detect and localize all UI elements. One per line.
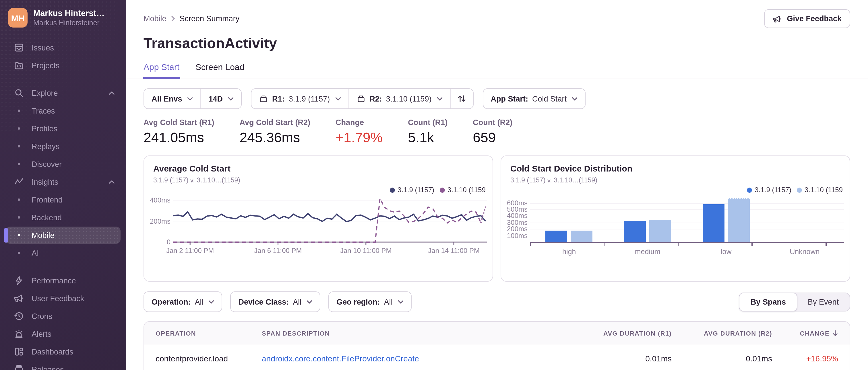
- chart-legend: 3.1.9 (1157)3.1.10 (1159: [390, 186, 486, 194]
- bar-3-1-10-1159-low[interactable]: [728, 198, 750, 242]
- app-window: MH Markus Hinterst… Markus Hintersteiner…: [0, 0, 868, 370]
- projects-icon: [14, 60, 24, 71]
- column-header-avg-duration-r1[interactable]: AVG DURATION (R1): [574, 330, 672, 337]
- sidebar-item-backend[interactable]: Backend: [6, 209, 121, 226]
- y-axis-tick-label: 200ms: [148, 217, 170, 225]
- column-header-span-description[interactable]: SPAN DESCRIPTION: [262, 330, 574, 337]
- column-header-change[interactable]: CHANGE: [772, 330, 849, 337]
- chevron-down-icon: [209, 300, 214, 304]
- sidebar-item-alerts[interactable]: Alerts: [6, 325, 121, 342]
- toggle-by-event[interactable]: By Event: [797, 293, 849, 311]
- x-axis-tick-label: Jan 2 11:00 PM: [156, 247, 224, 255]
- sidebar-nav: IssuesProjectsExploreTracesProfilesRepla…: [0, 28, 126, 370]
- legend-item[interactable]: 3.1.9 (1157): [747, 186, 792, 194]
- breadcrumb-screen-summary: Screen Summary: [180, 14, 240, 23]
- sidebar-item-traces[interactable]: Traces: [6, 102, 121, 119]
- stat-value: +1.79%: [336, 130, 383, 146]
- sidebar-item-releases[interactable]: Releases: [6, 361, 121, 370]
- tab-divider: [126, 78, 868, 79]
- chart-title: Cold Start Device Distribution: [510, 164, 840, 173]
- legend-item[interactable]: 3.1.10 (1159: [797, 186, 843, 194]
- sidebar-item-profiles[interactable]: Profiles: [6, 120, 121, 137]
- tab-screen-load[interactable]: Screen Load: [195, 62, 244, 78]
- bar-3-1-9-1157-low[interactable]: [703, 204, 724, 242]
- legend-dot-icon: [747, 187, 752, 193]
- operation-dropdown[interactable]: Operation: All: [144, 292, 222, 311]
- sidebar-item-issues[interactable]: Issues: [6, 39, 121, 56]
- user-menu[interactable]: MH Markus Hinterst… Markus Hintersteiner: [0, 0, 126, 28]
- stat-change: Change +1.79%: [336, 118, 383, 146]
- package-icon: [259, 94, 268, 103]
- x-axis-tick-label: Jan 10 11:00 PM: [332, 247, 400, 255]
- environment-dropdown[interactable]: All Envs: [144, 89, 200, 108]
- sidebar-item-label: Issues: [32, 43, 54, 52]
- bar-group-high: [530, 197, 609, 242]
- geo-region-filter-group: Geo region: All: [329, 292, 412, 312]
- sidebar-item-explore[interactable]: Explore: [6, 84, 121, 102]
- sidebar: MH Markus Hinterst… Markus Hintersteiner…: [0, 0, 126, 370]
- app-start-type-dropdown[interactable]: App Start: Cold Start: [483, 89, 585, 108]
- stat-label: Avg Cold Start (R2): [240, 118, 311, 127]
- spans-event-toggle: By SpansBy Event: [739, 292, 850, 311]
- nav-spacer: [6, 75, 121, 84]
- date-range-dropdown[interactable]: 14D: [201, 89, 241, 108]
- category-label-unknown: Unknown: [766, 248, 844, 256]
- bar-group-medium: [609, 197, 687, 242]
- legend-item[interactable]: 3.1.9 (1157): [390, 186, 434, 194]
- breadcrumb: Mobile Screen Summary: [144, 14, 239, 23]
- release1-dropdown[interactable]: R1: 3.1.9 (1157): [251, 89, 348, 108]
- column-header-operation[interactable]: OPERATION: [144, 330, 262, 337]
- bar-3-1-9-1157-medium[interactable]: [624, 221, 646, 242]
- legend-item[interactable]: 3.1.10 (1159: [439, 186, 486, 194]
- issues-icon: [14, 42, 24, 53]
- sidebar-item-projects[interactable]: Projects: [6, 57, 121, 74]
- span-filter-row: Operation: All Device Class: All Geo reg…: [144, 292, 850, 312]
- megaphone-icon: [14, 293, 24, 303]
- x-axis-tick-label: Jan 14 11:00 PM: [420, 247, 488, 255]
- bar-3-1-9-1157-high[interactable]: [546, 231, 567, 242]
- stat-label: Change: [336, 118, 383, 127]
- legend-dot-icon: [797, 187, 802, 193]
- alerts-icon: [14, 329, 24, 339]
- toggle-by-spans[interactable]: By Spans: [739, 292, 797, 311]
- sidebar-item-ai[interactable]: AI: [6, 244, 121, 262]
- bullet-icon: [18, 163, 20, 165]
- sidebar-item-label: Replays: [32, 142, 60, 150]
- span-description-link[interactable]: androidx.core.content.FileProvider.onCre…: [262, 354, 419, 363]
- sidebar-item-label: Insights: [32, 177, 58, 186]
- device-class-dropdown[interactable]: Device Class: All: [231, 292, 320, 311]
- tab-app-start[interactable]: App Start: [144, 62, 179, 78]
- give-feedback-button[interactable]: Give Feedback: [764, 9, 850, 28]
- search-icon: [14, 88, 24, 98]
- swap-releases-button[interactable]: [451, 89, 473, 108]
- sidebar-item-frontend[interactable]: Frontend: [6, 191, 121, 208]
- sidebar-item-label: Projects: [32, 61, 60, 70]
- sidebar-item-discover[interactable]: Discover: [6, 156, 121, 173]
- bar-group-unknown: [766, 197, 844, 242]
- sidebar-item-user-feedback[interactable]: User Feedback: [6, 290, 121, 307]
- sidebar-item-mobile[interactable]: Mobile: [6, 227, 121, 244]
- release2-dropdown[interactable]: R2: 3.1.10 (1159): [349, 89, 450, 108]
- user-name: Markus Hinterst…: [33, 9, 104, 18]
- sidebar-item-insights[interactable]: Insights: [6, 173, 121, 191]
- nav-spacer: [6, 262, 121, 272]
- x-axis-baseline: [530, 242, 844, 243]
- env-date-filter-group: All Envs 14D: [144, 88, 242, 109]
- sidebar-item-dashboards[interactable]: Dashboards: [6, 343, 121, 360]
- geo-region-dropdown[interactable]: Geo region: All: [329, 292, 411, 311]
- column-header-avg-duration-r2[interactable]: AVG DURATION (R2): [672, 330, 772, 337]
- chevron-down-icon: [307, 300, 312, 304]
- stat-count-r2: Count (R2) 659: [473, 118, 513, 146]
- sidebar-item-crons[interactable]: Crons: [6, 307, 121, 325]
- category-label-medium: medium: [609, 248, 687, 256]
- breadcrumb-mobile[interactable]: Mobile: [144, 14, 166, 23]
- sidebar-item-replays[interactable]: Replays: [6, 138, 121, 155]
- chart-title: Average Cold Start: [153, 164, 484, 173]
- y-axis-tick-label: 400ms: [148, 196, 170, 204]
- sidebar-item-label: Backend: [32, 213, 62, 222]
- category-label-high: high: [530, 248, 609, 256]
- bar-3-1-10-1159-high[interactable]: [571, 231, 593, 242]
- bar-3-1-10-1159-medium[interactable]: [649, 220, 671, 242]
- sidebar-item-performance[interactable]: Performance: [6, 272, 121, 289]
- bullet-icon: [18, 252, 20, 254]
